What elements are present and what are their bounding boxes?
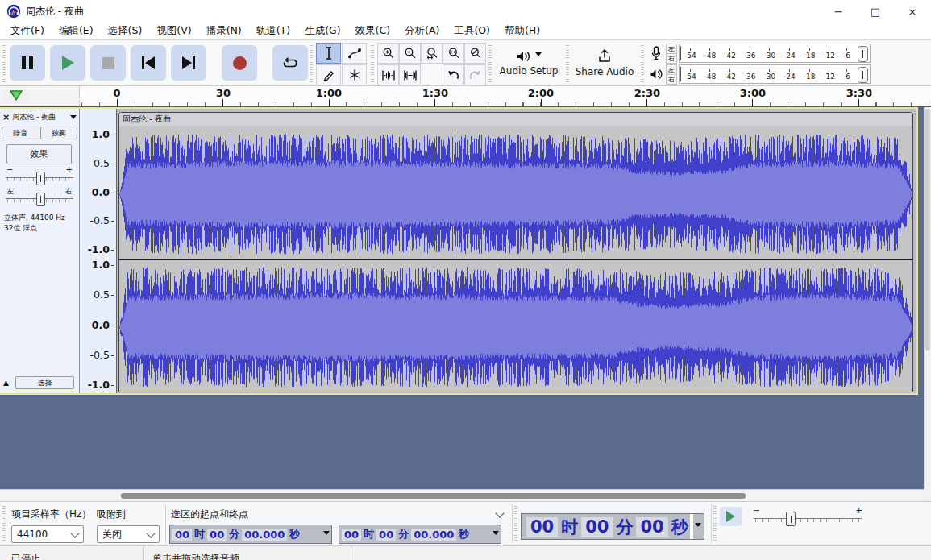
time-format-dropdown[interactable] bbox=[490, 525, 501, 543]
playback-meter-strip[interactable]: -54-48-42-36-30-24-18-12-6 bbox=[679, 64, 871, 84]
track-menu-dropdown-icon[interactable] bbox=[70, 115, 77, 122]
mute-button[interactable]: 静音 bbox=[2, 127, 39, 139]
draw-tool-button[interactable] bbox=[316, 64, 341, 85]
stop-button[interactable] bbox=[90, 45, 126, 81]
skip-to-start-button[interactable] bbox=[131, 45, 166, 81]
selection-end-time[interactable]: 00 时 00 分 00.000 秒 bbox=[339, 525, 501, 544]
menu-item[interactable]: 选择(S) bbox=[101, 24, 150, 38]
recording-meter[interactable]: 左 右 -54-48-42-36-30-24-18-12-6 bbox=[646, 44, 871, 63]
audio-position-time[interactable]: 00 时 00 分 00 秒 bbox=[521, 513, 704, 540]
pause-button[interactable] bbox=[10, 45, 45, 81]
menu-item[interactable]: 生成(G) bbox=[297, 24, 347, 38]
pan-slider-thumb[interactable] bbox=[36, 193, 45, 206]
horizontal-scrollbar[interactable] bbox=[0, 489, 924, 501]
workspace-background[interactable] bbox=[0, 395, 924, 489]
toolbar-grip[interactable] bbox=[514, 506, 517, 541]
toolbar-separator bbox=[711, 504, 712, 543]
seconds-value[interactable]: 00.000 bbox=[411, 529, 456, 541]
vertical-scrollbar[interactable] bbox=[924, 107, 931, 489]
envelope-tool-button[interactable] bbox=[342, 43, 367, 64]
toolbar-grip[interactable] bbox=[713, 506, 717, 541]
minutes-value[interactable]: 00 bbox=[581, 517, 613, 537]
zoom-to-selection-button[interactable] bbox=[421, 43, 443, 64]
selection-start-time[interactable]: 00 时 00 分 00.000 秒 bbox=[169, 525, 332, 544]
gain-slider[interactable]: − + bbox=[4, 166, 75, 185]
menu-item[interactable]: 帮助(H) bbox=[497, 24, 547, 38]
microphone-icon[interactable] bbox=[646, 44, 666, 63]
time-format-dropdown[interactable] bbox=[690, 514, 704, 539]
gain-slider-thumb[interactable] bbox=[36, 172, 45, 185]
timeline-ruler[interactable]: 0 30 1:00 1:30 2:00 2:30 3:00 3:30 bbox=[80, 86, 931, 106]
track-select-button[interactable]: 选择 bbox=[15, 376, 74, 389]
toolbar-grip[interactable] bbox=[641, 45, 644, 82]
menu-item[interactable]: 文件(F) bbox=[3, 24, 52, 38]
multi-tool-button[interactable] bbox=[342, 64, 367, 85]
toolbar-grip[interactable] bbox=[371, 45, 374, 82]
vertical-scrollbar-thumb[interactable] bbox=[925, 109, 930, 351]
waveform-canvas[interactable] bbox=[119, 126, 912, 392]
pan-slider[interactable]: 左 右 bbox=[4, 187, 75, 206]
selection-tool-button[interactable] bbox=[316, 43, 341, 64]
snap-to-combo[interactable]: 关闭 bbox=[97, 525, 160, 543]
play-at-speed-button[interactable] bbox=[720, 507, 742, 526]
hours-value[interactable]: 00 bbox=[526, 517, 558, 537]
seconds-value[interactable]: 00.000 bbox=[242, 529, 287, 541]
meter-slider-thumb[interactable] bbox=[858, 67, 868, 83]
audio-clip[interactable]: 周杰伦 - 夜曲 bbox=[118, 112, 913, 392]
seconds-value[interactable]: 00 bbox=[636, 517, 667, 537]
zoom-in-button[interactable] bbox=[377, 43, 399, 64]
menu-item[interactable]: 编辑(E) bbox=[52, 24, 101, 38]
audio-setup-button[interactable]: Audio Setup bbox=[493, 44, 564, 82]
fit-project-button[interactable] bbox=[443, 43, 464, 64]
redo-button[interactable] bbox=[464, 64, 486, 85]
menu-item[interactable]: 效果(C) bbox=[348, 24, 397, 38]
record-button[interactable] bbox=[222, 45, 257, 81]
playback-speed-slider[interactable]: − + bbox=[752, 508, 863, 529]
vertical-scale-ruler[interactable]: 1.00.50.0-0.5-1.0 1.00.50.0-0.5-1.0 bbox=[80, 109, 117, 393]
share-audio-button[interactable]: Share Audio bbox=[569, 44, 640, 82]
recording-meter-strip[interactable]: -54-48-42-36-30-24-18-12-6 bbox=[679, 44, 871, 63]
playback-speaker-icon[interactable] bbox=[646, 64, 666, 84]
hours-value[interactable]: 00 bbox=[172, 529, 192, 541]
toolbar-grip[interactable] bbox=[488, 45, 492, 82]
menu-item[interactable]: 播录(N) bbox=[199, 24, 249, 38]
menu-item[interactable]: 工具(O) bbox=[447, 24, 497, 38]
collapse-track-button[interactable]: ▲ bbox=[3, 379, 9, 387]
loop-region-button[interactable] bbox=[4, 88, 28, 104]
menu-item[interactable]: 轨道(T) bbox=[249, 24, 297, 38]
clip-title-bar[interactable]: 周杰伦 - 夜曲 bbox=[119, 113, 912, 126]
horizontal-scrollbar-thumb[interactable] bbox=[121, 493, 746, 499]
silence-audio-button[interactable] bbox=[399, 64, 421, 85]
meter-slider-thumb[interactable] bbox=[858, 46, 868, 62]
menu-item[interactable]: 分析(A) bbox=[397, 24, 447, 38]
menu-item[interactable]: 视图(V) bbox=[149, 24, 198, 38]
timeline-label: 3:30 bbox=[846, 87, 872, 99]
skip-to-end-button[interactable] bbox=[171, 45, 206, 81]
toolbar-grip[interactable] bbox=[310, 45, 313, 82]
toolbar-grip[interactable] bbox=[2, 45, 6, 82]
trim-audio-button[interactable] bbox=[377, 64, 399, 85]
toolbar-dock: Audio Setup Share Audio 左 bbox=[0, 41, 931, 86]
time-format-dropdown[interactable] bbox=[321, 525, 331, 543]
zoom-toggle-button[interactable] bbox=[464, 43, 486, 64]
hours-value[interactable]: 00 bbox=[342, 529, 361, 541]
close-button[interactable]: × bbox=[894, 0, 931, 23]
maximize-button[interactable]: □ bbox=[857, 0, 894, 23]
snap-to-label: 吸附到 bbox=[97, 508, 126, 521]
minutes-value[interactable]: 00 bbox=[207, 529, 227, 541]
play-button[interactable] bbox=[50, 45, 85, 81]
track-header[interactable]: × 周杰伦 - 夜曲 bbox=[0, 111, 79, 123]
minutes-value[interactable]: 00 bbox=[376, 529, 396, 541]
playback-meter[interactable]: 左 右 -54-48-42-36-30-24-18-12-6 bbox=[646, 64, 871, 84]
toolbar-grip[interactable] bbox=[2, 506, 6, 541]
project-rate-combo[interactable]: 44100 bbox=[11, 525, 84, 543]
minimize-button[interactable]: − bbox=[820, 0, 857, 23]
track-close-icon[interactable]: × bbox=[2, 113, 10, 122]
selection-range-mode-combo[interactable]: 选区的起点和终点 bbox=[171, 506, 503, 522]
solo-button[interactable]: 独奏 bbox=[40, 127, 78, 139]
effects-button[interactable]: 效果 bbox=[6, 144, 72, 164]
speed-slider-thumb[interactable] bbox=[786, 512, 796, 526]
undo-button[interactable] bbox=[443, 64, 464, 85]
loop-button[interactable] bbox=[272, 45, 308, 81]
zoom-out-button[interactable] bbox=[399, 43, 421, 64]
